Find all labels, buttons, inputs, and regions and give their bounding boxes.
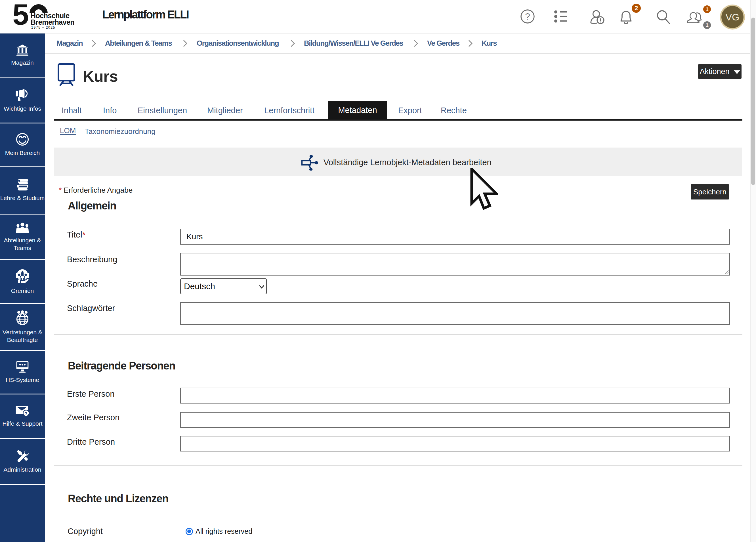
svg-text:?: ? (25, 411, 27, 415)
svg-text:?: ? (525, 11, 530, 22)
